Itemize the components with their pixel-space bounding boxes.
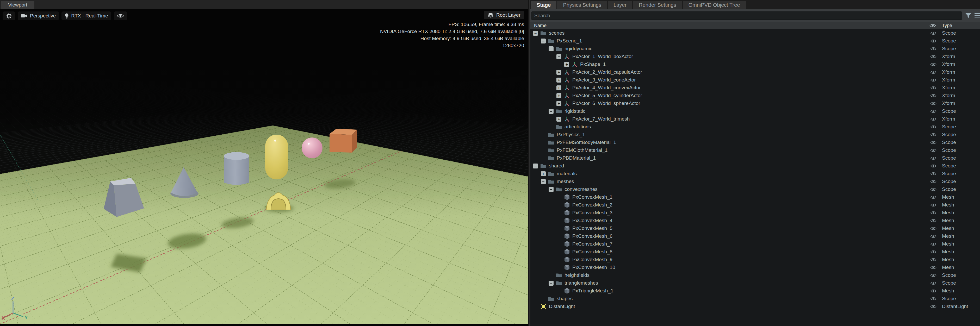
tree-row[interactable]: PxConvexMesh_1 Mesh (530, 193, 980, 201)
visibility-toggle[interactable] (929, 180, 938, 184)
tree-row[interactable]: PxConvexMesh_3 Mesh (530, 209, 980, 217)
tree-expander[interactable]: − (557, 54, 562, 59)
capsule-shape[interactable] (265, 135, 288, 180)
tree-row[interactable]: PxPhysics_1 Scope (530, 131, 980, 138)
tree-row[interactable]: − shared Scope (530, 162, 980, 170)
options-menu-icon[interactable] (975, 13, 980, 18)
cylinder-shape[interactable] (224, 152, 249, 185)
visibility-toggle[interactable] (929, 274, 938, 277)
visibility-toggle[interactable] (929, 125, 938, 129)
tree-expander[interactable]: − (549, 46, 554, 51)
tree-row[interactable]: DistantLight DistantLight (530, 302, 980, 310)
tree-row[interactable]: − PxScene_1 Scope (530, 37, 980, 45)
visibility-toggle[interactable] (929, 39, 938, 43)
tree-row[interactable]: + PxActor_4_World_convexActor Xform (530, 84, 980, 92)
tree-row[interactable]: articulations Scope (530, 123, 980, 131)
visibility-toggle[interactable] (929, 234, 938, 238)
visibility-toggle[interactable] (929, 219, 938, 223)
panel-tab-stage[interactable]: Stage (531, 1, 557, 10)
tree-row[interactable]: + PxShape_1 Xform (530, 60, 980, 68)
tree-row[interactable]: − scenes Scope (530, 29, 980, 37)
tree-expander[interactable]: + (557, 70, 562, 75)
tree-row[interactable]: − trianglemeshes Scope (530, 279, 980, 287)
visibility-toggle[interactable] (929, 117, 938, 121)
tree-row[interactable]: PxFEMSoftBodyMaterial_1 Scope (530, 138, 980, 146)
column-header-name[interactable]: Name (534, 23, 547, 29)
tree-row[interactable]: − rigidstatic Scope (530, 107, 980, 115)
visibility-toggle[interactable] (929, 188, 938, 191)
panel-tab-omnipvd-object-tree[interactable]: OmniPVD Object Tree (683, 1, 746, 10)
tree-row[interactable]: heightfields Scope (530, 271, 980, 279)
axis-gizmo[interactable]: Z X Y (2, 296, 35, 324)
visibility-toggle[interactable] (929, 55, 938, 59)
tree-row[interactable]: PxConvexMesh_7 Mesh (530, 240, 980, 248)
tab-viewport[interactable]: Viewport (1, 1, 34, 9)
visibility-toggle[interactable] (929, 211, 938, 215)
visibility-toggle[interactable] (929, 250, 938, 254)
visibility-toggle[interactable] (929, 70, 938, 74)
tree-row[interactable]: PxFEMClothMaterial_1 Scope (530, 146, 980, 154)
tree-expander[interactable]: + (557, 117, 562, 122)
tree-row[interactable]: PxConvexMesh_4 Mesh (530, 217, 980, 224)
visibility-toggle[interactable] (929, 31, 938, 35)
tree-expander[interactable]: − (549, 281, 554, 286)
tree-expander[interactable]: − (533, 164, 538, 169)
viewport-visibility-button[interactable] (114, 11, 127, 20)
tree-row[interactable]: PxPBDMaterial_1 Scope (530, 154, 980, 162)
tree-expander[interactable]: + (557, 78, 562, 83)
panel-tab-render-settings[interactable]: Render Settings (633, 1, 682, 10)
root-layer-button[interactable]: Root Layer (484, 11, 524, 19)
tree-row[interactable]: + PxActor_6_World_sphereActor Xform (530, 99, 980, 107)
tree-row[interactable]: + PxActor_2_World_capsuleActor Xform (530, 68, 980, 76)
tree-row[interactable]: PxConvexMesh_6 Mesh (530, 232, 980, 240)
visibility-toggle[interactable] (929, 164, 938, 168)
visibility-toggle[interactable] (929, 297, 938, 301)
tree-expander[interactable]: + (541, 171, 546, 176)
tree-row[interactable]: PxConvexMesh_5 Mesh (530, 224, 980, 232)
tree-expander[interactable]: + (564, 62, 569, 67)
tree-row[interactable]: + PxActor_3_World_coneActor Xform (530, 76, 980, 84)
tree-row[interactable]: − convexmeshes Scope (530, 185, 980, 193)
tree-row[interactable]: PxTriangleMesh_1 Mesh (530, 287, 980, 295)
camera-selector-button[interactable]: Perspective (18, 11, 59, 20)
visibility-toggle[interactable] (929, 156, 938, 160)
visibility-toggle[interactable] (929, 203, 938, 207)
column-header-type[interactable]: Type (942, 23, 952, 29)
visibility-toggle[interactable] (929, 227, 938, 231)
sphere-shape[interactable] (302, 137, 323, 158)
tree-row[interactable]: shapes Scope (530, 295, 980, 302)
visibility-toggle[interactable] (929, 141, 938, 145)
visibility-toggle[interactable] (929, 62, 938, 67)
visibility-toggle[interactable] (929, 289, 938, 293)
visibility-toggle[interactable] (929, 78, 938, 82)
visibility-toggle[interactable] (929, 102, 938, 105)
visibility-toggle[interactable] (929, 281, 938, 285)
tree-row[interactable]: − meshes Scope (530, 178, 980, 185)
tree-row[interactable]: + PxActor_5_World_cylinderActor Xform (530, 92, 980, 99)
viewport-settings-button[interactable] (3, 11, 15, 20)
filter-icon[interactable] (965, 13, 972, 19)
tree-expander[interactable]: + (557, 86, 562, 91)
tree-expander[interactable]: − (541, 38, 546, 43)
search-input[interactable] (531, 11, 962, 20)
tree-expander[interactable]: − (533, 31, 538, 36)
tree-row[interactable]: − rigiddynamic Scope (530, 45, 980, 52)
tree-expander[interactable]: − (549, 187, 554, 192)
visibility-toggle[interactable] (929, 133, 938, 137)
viewport-3d-scene[interactable] (0, 9, 528, 324)
panel-tab-physics-settings[interactable]: Physics Settings (557, 1, 607, 10)
tree-row[interactable]: PxConvexMesh_2 Mesh (530, 201, 980, 209)
visibility-toggle[interactable] (929, 86, 938, 90)
visibility-toggle[interactable] (929, 172, 938, 176)
tree-row[interactable]: + materials Scope (530, 170, 980, 178)
renderer-selector-button[interactable]: RTX - Real-Time (62, 11, 111, 20)
visibility-toggle[interactable] (929, 109, 938, 113)
visibility-toggle[interactable] (929, 266, 938, 269)
panel-tab-layer[interactable]: Layer (608, 1, 632, 10)
tree-expander[interactable]: − (541, 179, 546, 184)
tree-row[interactable]: PxConvexMesh_10 Mesh (530, 264, 980, 271)
tree-row[interactable]: PxConvexMesh_8 Mesh (530, 248, 980, 256)
tree-expander[interactable]: − (549, 109, 554, 114)
visibility-toggle[interactable] (929, 305, 938, 309)
visibility-toggle[interactable] (929, 47, 938, 51)
